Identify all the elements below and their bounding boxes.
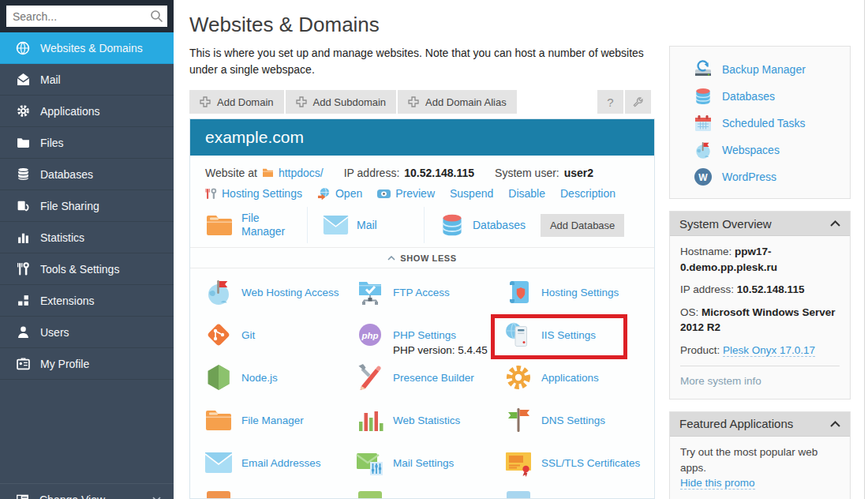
sidebar-item-label: Websites & Domains — [40, 42, 143, 54]
add-domain-alias-button[interactable]: Add Domain Alias — [398, 90, 517, 114]
sidebar-item-extensions[interactable]: Extensions — [0, 285, 174, 317]
shortcut-label: Mail — [357, 219, 377, 231]
grid-item-git[interactable]: Git — [204, 321, 356, 363]
sidebar-item-users[interactable]: Users — [0, 317, 174, 348]
preview-link[interactable]: Preview — [377, 187, 435, 200]
folder-icon — [262, 167, 274, 178]
more-system-info-link[interactable]: More system info — [680, 375, 761, 387]
add-database-button[interactable]: Add Database — [541, 214, 624, 237]
database-icon — [440, 212, 465, 238]
partial-icon — [207, 491, 230, 499]
grid-item-web-statistics[interactable]: Web Statistics — [356, 406, 504, 448]
description-link[interactable]: Description — [560, 187, 615, 200]
sidebar-item-my-profile[interactable]: My Profile — [0, 348, 174, 380]
scrollbar-track[interactable] — [864, 0, 865, 499]
httpdocs-link[interactable]: httpdocs/ — [279, 167, 324, 179]
database-icon — [16, 167, 30, 182]
sidebar-item-databases[interactable]: Databases — [0, 159, 174, 190]
gear-yellow-icon — [504, 363, 533, 392]
grid-item-ssl-certificates[interactable]: SSL/TLS Certificates — [504, 448, 654, 491]
calendar-icon — [694, 114, 713, 133]
mail-icon — [204, 448, 233, 477]
sidebar-item-mail[interactable]: Mail — [0, 64, 174, 96]
grid-label: FTP Access — [393, 278, 450, 321]
php-version-text: PHP version: 5.4.45 — [393, 344, 488, 356]
help-button[interactable]: ? — [597, 90, 623, 114]
quick-link-scheduled-tasks[interactable]: Scheduled Tasks — [670, 110, 850, 137]
domain-action-links: Hosting Settings Open Preview Suspend Di… — [190, 180, 654, 201]
mail-shortcut[interactable]: Mail — [307, 207, 424, 243]
database-icon — [694, 87, 713, 106]
add-domain-button[interactable]: Add Domain — [189, 90, 284, 114]
grid-item-iis-settings[interactable]: IIS Settings — [504, 321, 654, 363]
grid-item-nodejs[interactable]: Node.js — [204, 363, 356, 406]
search-input[interactable] — [6, 6, 167, 27]
suspend-link[interactable]: Suspend — [450, 187, 493, 200]
sidebar-item-tools-settings[interactable]: Tools & Settings — [0, 253, 174, 285]
settings-wrench-button[interactable] — [625, 90, 651, 114]
product-version-link[interactable]: Plesk Onyx 17.0.17 — [723, 344, 815, 357]
sidebar-item-label: Tools & Settings — [40, 263, 119, 276]
right-sidebar: Backup Manager Databases Scheduled Tasks… — [669, 46, 851, 499]
grid-item-file-manager[interactable]: File Manager — [204, 406, 356, 448]
quick-link-label: Webspaces — [722, 144, 780, 156]
quick-link-webspaces[interactable]: Webspaces — [670, 137, 850, 163]
grid-label: Node.js — [241, 363, 278, 406]
grid-item-email-addresses[interactable]: Email Addresses — [204, 448, 356, 491]
grid-item-applications[interactable]: Applications — [504, 363, 654, 406]
sidebar-item-file-sharing[interactable]: File Sharing — [0, 190, 174, 222]
grid-label: PHP Settings — [393, 329, 456, 341]
grid-item-dns-settings[interactable]: DNS Settings — [504, 406, 654, 448]
quick-link-databases[interactable]: Databases — [670, 83, 850, 110]
change-view-button[interactable]: Change View — [0, 483, 174, 499]
mail-icon — [16, 73, 30, 87]
file-manager-shortcut[interactable]: File Manager — [190, 207, 307, 243]
grid-item-php-settings[interactable]: php PHP Settings PHP version: 5.4.45 — [356, 321, 504, 363]
feature-grid: Web Hosting Access FTP Access Hosting Se… — [190, 268, 654, 499]
tools-icon — [16, 262, 30, 276]
featured-applications-header[interactable]: Featured Applications — [670, 412, 850, 437]
system-overview-header[interactable]: System Overview — [670, 212, 850, 236]
add-subdomain-button[interactable]: Add Subdomain — [286, 90, 397, 114]
grid-item-mail-settings[interactable]: Mail Settings — [356, 448, 504, 491]
shortcut-label: Databases — [473, 219, 526, 231]
disable-link[interactable]: Disable — [508, 187, 545, 200]
hide-promo-link[interactable]: Hide this promo — [680, 477, 755, 490]
grid-item-web-hosting-access[interactable]: Web Hosting Access — [204, 278, 356, 321]
grid-item-hosting-settings[interactable]: Hosting Settings — [504, 278, 654, 321]
git-icon — [204, 321, 233, 349]
grid-label: Email Addresses — [241, 448, 321, 491]
backup-icon — [694, 60, 713, 79]
search-strip — [0, 0, 174, 32]
grid-item-ftp-access[interactable]: FTP Access — [356, 278, 504, 321]
search-icon[interactable] — [150, 9, 163, 23]
globe-flag-icon — [694, 141, 713, 159]
website-at-label: Website at — [205, 167, 257, 179]
os-row: OS: Microsoft Windows Server 2012 R2 — [680, 305, 840, 336]
featured-applications-panel: Featured Applications Try out the most p… — [669, 411, 851, 499]
sidebar-item-applications[interactable]: Applications — [0, 96, 174, 127]
grid-label: File Manager — [241, 406, 304, 448]
sidebar-item-files[interactable]: Files — [0, 127, 174, 159]
grid-item-presence-builder[interactable]: Presence Builder — [356, 363, 504, 406]
grid-label: Web Statistics — [393, 406, 460, 448]
preview-eye-icon — [377, 188, 391, 199]
iis-server-icon — [504, 321, 533, 349]
sidebar-item-label: My Profile — [40, 358, 89, 370]
quick-link-backup-manager[interactable]: Backup Manager — [670, 56, 850, 83]
databases-shortcut[interactable]: Databases Add Database — [424, 207, 654, 243]
quick-link-wordpress[interactable]: W WordPress — [670, 163, 850, 190]
plus-icon — [408, 96, 419, 107]
hosting-settings-link[interactable]: Hosting Settings — [205, 187, 302, 200]
quick-link-label: Scheduled Tasks — [722, 117, 806, 129]
button-label: Add Subdomain — [313, 96, 387, 108]
open-link[interactable]: Open — [317, 187, 362, 200]
sidebar-item-websites-domains[interactable]: Websites & Domains — [0, 32, 174, 64]
sidebar-item-statistics[interactable]: Statistics — [0, 222, 174, 253]
layout-icon — [16, 493, 29, 499]
panel-title: System Overview — [679, 217, 772, 231]
pencil-hammer-icon — [356, 363, 384, 392]
folder-icon — [205, 211, 234, 239]
show-less-toggle[interactable]: SHOW LESS — [190, 247, 654, 268]
show-less-label: SHOW LESS — [400, 253, 456, 263]
